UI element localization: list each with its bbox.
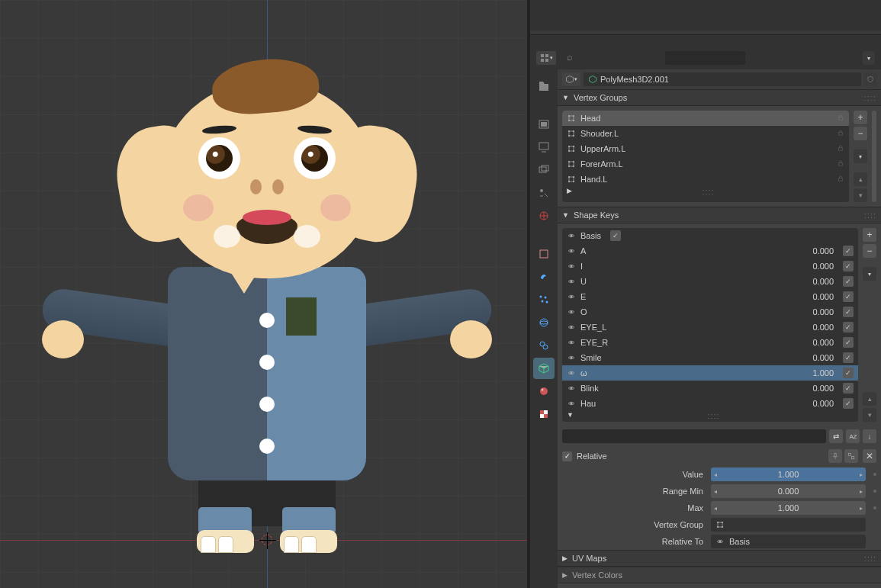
shape-key-name: EYE_L: [580, 323, 606, 332]
relative-to-field[interactable]: Basis: [711, 535, 866, 548]
vertex-groups-list[interactable]: HeadShouder.LUpperArm.LForerArm.LHand.L▶…: [562, 111, 849, 202]
lock-icon[interactable]: [837, 144, 844, 153]
physics-tab-icon[interactable]: [533, 312, 555, 333]
shape-key-item[interactable]: Blink0.000✓: [562, 381, 858, 396]
shape-key-mute-checkbox[interactable]: ✓: [843, 307, 854, 317]
shape-key-item[interactable]: I0.000✓: [562, 259, 858, 274]
range-min-field[interactable]: 0.000: [711, 484, 866, 498]
properties-search[interactable]: [665, 51, 745, 65]
vertex-group-field[interactable]: [711, 518, 866, 532]
object-name-field[interactable]: PolyMesh3D2.001: [584, 72, 861, 86]
collapse-icon[interactable]: ▼: [567, 411, 574, 422]
lock-icon[interactable]: [837, 129, 844, 138]
shape-keys-header[interactable]: ▼ Shape Keys ::::: [558, 207, 881, 223]
move-down-button[interactable]: ▾: [854, 188, 867, 202]
drag-icon[interactable]: ::::: [864, 554, 876, 563]
expand-icon[interactable]: ▶: [567, 187, 572, 198]
shape-key-clear-icon[interactable]: ✕: [863, 449, 876, 463]
options-menu[interactable]: ▾: [863, 51, 875, 65]
output-tab-icon[interactable]: [533, 137, 555, 158]
shape-key-mute-checkbox[interactable]: ✓: [843, 246, 854, 256]
shape-key-item[interactable]: ω1.000✓: [562, 365, 858, 381]
svg-point-17: [540, 321, 548, 324]
shape-key-mute-checkbox[interactable]: ✓: [843, 322, 854, 333]
shape-key-item[interactable]: Basis✓: [562, 228, 858, 243]
data-tab-icon[interactable]: [533, 358, 555, 379]
particle-tab-icon[interactable]: [533, 289, 555, 310]
specials-menu[interactable]: ▾: [863, 267, 876, 281]
shape-key-mute-checkbox[interactable]: ✓: [843, 383, 854, 394]
svg-point-12: [540, 296, 542, 298]
viewlayer-tab-icon[interactable]: [533, 159, 555, 181]
shape-key-mute-checkbox[interactable]: ✓: [843, 398, 854, 409]
remove-button[interactable]: −: [854, 127, 867, 140]
material-tab-icon[interactable]: [533, 381, 555, 402]
svg-rect-69: [852, 457, 854, 459]
animate-dot-icon[interactable]: [873, 473, 876, 476]
move-up-button[interactable]: ▴: [863, 392, 876, 406]
shape-key-item[interactable]: E0.000✓: [562, 289, 858, 304]
uv-maps-header[interactable]: ▶ UV Maps ::::: [558, 550, 881, 567]
vertex-groups-header[interactable]: ▼ Vertex Groups ::::: [558, 89, 881, 106]
remove-button[interactable]: −: [863, 244, 876, 258]
lock-icon[interactable]: [837, 159, 844, 169]
shape-key-item[interactable]: Smile0.000✓: [562, 350, 858, 365]
scrollbar[interactable]: [872, 111, 876, 202]
lock-icon[interactable]: [837, 114, 844, 123]
vertex-group-item[interactable]: Shouder.L: [562, 126, 849, 141]
character-mesh[interactable]: [46, 53, 488, 541]
drag-icon[interactable]: ::::: [864, 210, 876, 220]
vertex-colors-header[interactable]: ▶ Vertex Colors: [558, 567, 881, 583]
specials-menu[interactable]: ▾: [854, 149, 867, 163]
animate-dot-icon[interactable]: [873, 490, 876, 493]
shape-keys-list[interactable]: Basis✓A0.000✓I0.000✓U0.000✓E0.000✓O0.000…: [562, 228, 858, 422]
move-up-button[interactable]: ▴: [854, 172, 867, 186]
3d-viewport[interactable]: [0, 0, 530, 588]
vertex-group-item[interactable]: Hand.L: [562, 172, 849, 187]
constraint-tab-icon[interactable]: [533, 335, 555, 356]
relative-checkbox[interactable]: ✓: [562, 451, 572, 461]
object-tab-icon[interactable]: [533, 243, 555, 265]
shape-key-mute-checkbox[interactable]: ✓: [843, 352, 854, 363]
shape-key-mute-checkbox[interactable]: ✓: [610, 230, 621, 241]
add-button[interactable]: +: [863, 228, 876, 242]
texture-tab-icon[interactable]: [533, 403, 555, 425]
shape-key-mute-checkbox[interactable]: ✓: [843, 337, 854, 348]
shape-key-item[interactable]: A0.000✓: [562, 243, 858, 259]
render-tab-icon[interactable]: [533, 114, 555, 135]
drag-icon[interactable]: ::::: [702, 187, 714, 198]
shape-key-edit-icon[interactable]: [844, 449, 858, 463]
invert-filter-icon[interactable]: ⇄: [829, 429, 843, 443]
shape-key-mute-checkbox[interactable]: ✓: [843, 368, 854, 378]
vertex-group-item[interactable]: ForerArm.L: [562, 156, 849, 172]
pin-icon[interactable]: ▾: [562, 72, 580, 86]
animate-dot-icon[interactable]: [873, 506, 876, 509]
shape-key-item[interactable]: Hau0.000✓: [562, 396, 858, 411]
tool-tab-icon[interactable]: [533, 76, 555, 97]
shape-key-item[interactable]: U0.000✓: [562, 274, 858, 289]
shape-key-mute-checkbox[interactable]: ✓: [843, 291, 854, 302]
sort-alpha-icon[interactable]: A Z: [846, 429, 860, 443]
editor-type-menu[interactable]: ▾: [536, 51, 556, 65]
shape-key-mute-checkbox[interactable]: ✓: [843, 276, 854, 287]
shape-key-pin-icon[interactable]: [828, 449, 842, 463]
move-down-button[interactable]: ▾: [863, 408, 876, 422]
drag-icon[interactable]: ::::: [864, 93, 876, 102]
fake-user-icon[interactable]: [864, 72, 876, 86]
value-slider[interactable]: 1.000: [711, 468, 866, 481]
max-field[interactable]: 1.000: [711, 501, 866, 515]
shape-key-item[interactable]: EYE_L0.000✓: [562, 320, 858, 335]
drag-icon[interactable]: ::::: [707, 411, 719, 422]
vertex-group-item[interactable]: UpperArm.L: [562, 141, 849, 156]
shape-key-item[interactable]: O0.000✓: [562, 304, 858, 320]
sort-reverse-icon[interactable]: ↓: [863, 429, 876, 443]
add-button[interactable]: +: [854, 111, 867, 124]
lock-icon[interactable]: [837, 175, 844, 184]
shape-key-item[interactable]: EYE_R0.000✓: [562, 335, 858, 350]
scene-tab-icon[interactable]: [533, 182, 555, 204]
world-tab-icon[interactable]: [533, 205, 555, 227]
vertex-group-item[interactable]: Head: [562, 111, 849, 126]
shape-key-mute-checkbox[interactable]: ✓: [843, 261, 854, 272]
modifier-tab-icon[interactable]: [533, 266, 555, 288]
filter-input[interactable]: [562, 429, 826, 443]
